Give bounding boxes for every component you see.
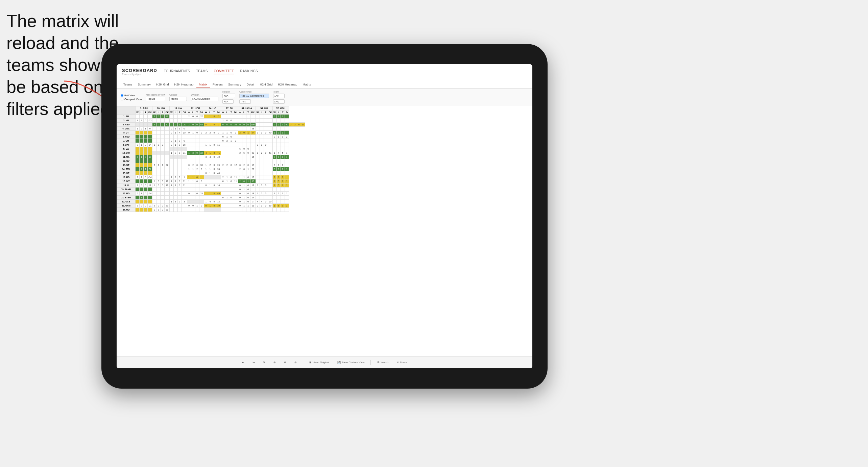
col-osu-l: L [276,110,281,115]
matrix-container: 3. ASU 10. UW 11. UA 22. UCB 24. UO 27. … [117,106,532,358]
gender-label: Gender [169,94,187,96]
table-row: 24. UO 02029 [117,208,305,212]
subnav-summary2[interactable]: Summary [225,81,244,88]
sub-nav: Teams Summary H2H Grid H2H Heatmap Matri… [117,79,532,89]
subnav-h2h-heatmap2[interactable]: H2H Heatmap [275,81,300,88]
row-label-u: 18. U [117,183,136,188]
share-button[interactable]: ↗ Share [394,360,409,365]
subnav-teams[interactable]: Teams [121,81,135,88]
subnav-detail[interactable]: Detail [244,81,257,88]
col-ucb-dif: Dif [199,110,204,115]
col-ua-w: W [169,110,173,115]
table-row: 5. UT 01435 0100 2200 1102 2010 11040 10… [117,131,305,135]
region-select[interactable]: N/A East West [222,94,235,98]
col-ua-l: L [173,110,177,115]
col-group-asu: 3. ASU [136,106,152,110]
col-uo-l: L [208,110,212,115]
table-row: 9. UA 600 [117,147,305,151]
row-label-um: 7. UM [117,139,136,143]
row-label-uaf: 8. UAF [117,143,136,147]
col-group-su: 27. SU [221,106,238,110]
watch-button[interactable]: 👁 Watch [375,360,390,365]
matrix-table: 3. ASU 10. UW 11. UA 22. UCB 24. UO 27. … [117,106,305,212]
region-select2[interactable]: N/A [222,99,234,104]
view-original-icon: ⊞ [309,361,312,364]
col-group-uu: 54. UU [256,106,272,110]
max-teams-select[interactable]: Top 25 Top 50 All [146,97,165,101]
watch-label: Watch [381,361,388,364]
table-row: 16. UO 210-14 1201 110 21011 11013 210 [117,175,305,179]
nav-committee[interactable]: COMMITTEE [214,69,234,74]
col-asu-dif: Dif [148,110,152,115]
nav-teams[interactable]: TEAMS [196,69,208,74]
share-icon: ↗ [396,361,399,364]
col-ucb-t: T [195,110,199,115]
subnav-matrix[interactable]: Matrix [196,81,210,88]
reset-button[interactable]: ⊙ [292,360,299,365]
save-custom-button[interactable]: 💾 Save Custom View [335,360,366,365]
col-su-l: L [225,110,229,115]
subnav-h2h-heatmap[interactable]: H2H Heatmap [172,81,196,88]
refresh-button[interactable]: ⟳ [261,360,267,365]
table-row: 10. UW 13031 13032 41071 25060 12051 145… [117,151,305,155]
division-select[interactable]: NCAA Division I NCAA Division II NCAA Di… [191,97,218,101]
division-filter: Division NCAA Division I NCAA Division I… [191,94,218,101]
subnav-matrix2[interactable]: Matrix [300,81,314,88]
redo-button[interactable]: ↪ [250,360,257,365]
col-ucla-l: L [242,110,246,115]
compact-view-radio[interactable]: Compact View [121,98,142,101]
table-row: 15. UF 01040 [117,171,305,175]
zoom-out-button[interactable]: ⊖ [271,360,278,365]
gender-select[interactable]: Men's Women's [169,97,187,101]
row-label-ut2: 13. UT [117,163,136,167]
row-label-ucb: 22. UCB [117,200,136,204]
table-row: 11. UA 01018 34040 15 3001 [117,155,305,159]
row-label-ug: 20. UG [117,192,136,196]
col-osu-w: W [272,110,276,115]
tablet-device: SCOREBOARD Powered by clippd TOURNAMENTS… [101,44,548,389]
zoom-in-button[interactable]: ⊕ [282,360,288,365]
full-view-radio[interactable]: Full View [121,94,142,97]
col-asu-t: T [144,110,148,115]
col-uo-w: W [204,110,208,115]
table-row: 13. UT 22122 02036 12026 22012 02018 010 [117,163,305,167]
conference-select2[interactable]: (All) [239,99,251,104]
col-su-dif: Dif [233,110,238,115]
col-uu-dif: Dif [268,110,272,115]
share-label: Share [400,361,407,364]
col-uw-t: T [161,110,165,115]
col-uo-t: T [212,110,216,115]
row-label-etsu: 21. ETSU [117,196,136,200]
team-select[interactable]: (All) [273,94,285,98]
table-row: 19. TAMU 010 [117,188,305,192]
nav-rankings[interactable]: RANKINGS [240,69,258,74]
table-row: 18. U 20011 10011 11011 01010 01013 100 … [117,183,305,188]
table-row: 1. AU 20023 20027 1100 010 [117,115,305,119]
team-select2[interactable]: (All) [273,99,285,104]
table-row: 23. UNM 200-21 20025 0010 01010 01116 01… [117,204,305,208]
subnav-h2h-grid[interactable]: H2H Grid [153,81,172,88]
table-row: 12. UV [117,159,305,163]
row-label-unc: 4. UNC [117,127,136,131]
conference-select[interactable]: Pac-12 Conference ACC Big Ten SEC [239,94,269,98]
col-uw-dif: Dif [165,110,169,115]
conference-label: Conference [239,91,269,93]
row-label-uw: 10. UW [117,151,136,155]
col-ucla-t: T [246,110,250,115]
table-row: 4. UNC 1010 0110 29 [117,127,305,131]
save-icon: 💾 [337,361,341,364]
row-label-uo: 16. UO [117,175,136,179]
nav-tournaments[interactable]: TOURNAMENTS [164,69,190,74]
col-group-uo: 24. UO [204,106,221,110]
subnav-players[interactable]: Players [210,81,225,88]
view-original-button[interactable]: ⊞ View: Original [307,360,331,365]
col-ucla-w: W [238,110,242,115]
subnav-h2h-grid2[interactable]: H2H Grid [257,81,275,88]
col-group-ucb: 22. UCB [187,106,204,110]
row-label-uf: 15. UF [117,171,136,175]
region-label: Region [222,91,235,93]
row-label-uo2: 24. UO [117,208,136,212]
subnav-summary[interactable]: Summary [135,81,154,88]
col-ucb-w: W [187,110,191,115]
undo-button[interactable]: ↩ [240,360,246,365]
